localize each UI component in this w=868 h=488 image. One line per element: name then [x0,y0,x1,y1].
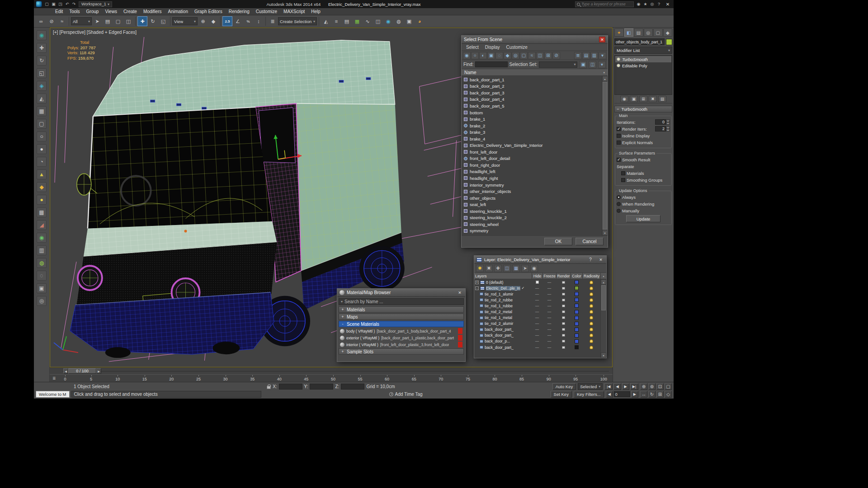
freeze-toggle[interactable]: — [542,345,556,350]
grid-helper-icon[interactable]: ▩ [37,207,47,217]
scale-tool-icon[interactable]: ◱ [37,68,47,78]
display-none-icon[interactable]: ○ [471,52,479,59]
van-rear-wheel[interactable] [359,246,405,291]
auto-key-button[interactable]: Auto Key [552,383,576,390]
scene-object-row[interactable]: bottom [462,109,602,116]
previous-frame-arrow[interactable]: ◀ [63,368,68,374]
hide-toggle[interactable]: — [532,298,542,302]
freeze-toggle[interactable]: — [542,333,556,338]
freeze-toggle[interactable]: — [542,298,556,302]
display-groups-icon[interactable]: ◫ [536,52,544,59]
hide-toggle[interactable]: — [532,321,542,326]
sfs-menu-select[interactable]: Select [463,45,482,50]
freeze-toggle[interactable]: — [542,327,556,332]
render-iters-spinner[interactable]: 2 ▴▾ [655,126,670,131]
render-toggle[interactable] [556,305,571,307]
slice-tool-icon[interactable]: ◢ [37,220,47,230]
schematic-view-icon[interactable]: ◫ [373,16,383,26]
color-cell[interactable] [571,339,582,343]
layer-row[interactable]: back_door_part_—— [474,344,600,350]
layer-row[interactable]: tie_rod_1_rubbe—— [474,303,600,309]
layer-color-swatch[interactable] [575,292,579,296]
layer-color-swatch[interactable] [575,345,579,349]
layer-scrollbar[interactable]: ▴ ▾ [600,279,606,358]
options-expand-icon[interactable]: ▾ [599,52,606,59]
selection-filter-dropdown[interactable]: All▾ [71,17,92,25]
menu-maxscript[interactable]: MAXScript [280,9,308,14]
mirror-tool-icon[interactable]: ◭ [37,94,47,103]
layer-color-swatch[interactable] [575,280,579,284]
cone-primitive-icon[interactable]: ▲ [37,169,47,179]
render-toggle[interactable] [556,310,571,313]
display-xrefs-icon[interactable]: ⊞ [544,52,552,59]
zoom-all-icon[interactable]: ⊛ [648,383,656,390]
timeline-tick[interactable]: 10 [115,375,120,381]
color-cell[interactable] [571,316,582,320]
radiosity-toggle[interactable] [582,322,600,325]
percent-snap-icon[interactable]: % [243,16,253,26]
layer-color-swatch[interactable] [575,322,579,326]
move-tool-icon[interactable]: ✚ [37,43,47,53]
layer-row[interactable]: back_door_part_—— [474,333,600,338]
spin-down-icon[interactable]: ▾ [666,122,670,125]
timeline-tick[interactable]: 65 [412,375,416,381]
hide-toggle[interactable]: — [532,304,542,308]
sfs-menu-display[interactable]: Display [482,45,503,50]
color-cell[interactable] [571,292,582,296]
color-cell[interactable] [571,298,582,302]
layer-manager-icon[interactable]: ▤ [342,16,352,26]
set-key-button[interactable]: Set Key [551,391,572,398]
hide-toggle[interactable]: — [532,339,542,343]
list-view-icon[interactable]: ≣ [574,52,582,59]
display-lights-icon[interactable]: ◆ [504,52,511,59]
hide-toggle[interactable]: — [532,315,542,320]
select-and-scale-icon[interactable]: ◱ [158,16,168,26]
bind-to-space-warp-icon[interactable]: ≈ [57,16,67,26]
freeze-toggle[interactable]: — [542,310,556,314]
lasso-select-icon[interactable]: ◌ [37,271,47,281]
undo-icon[interactable]: ↶ [64,1,71,7]
headlight-left[interactable] [78,266,102,290]
select-and-move-icon[interactable]: ✚ [137,16,147,26]
display-tab[interactable]: ▢ [653,28,663,37]
name-column-header[interactable]: Name ▴ [462,69,608,76]
select-tool-icon[interactable]: ◉ [37,30,47,40]
radiosity-toggle[interactable] [582,304,600,308]
render-iters-checkbox[interactable] [617,127,621,131]
layer-help-button[interactable]: ? [587,257,594,263]
hide-toggle[interactable]: — [532,327,542,332]
timeline-tick[interactable]: 95 [573,375,578,381]
hide-freeze-toggle-icon[interactable]: ➤ [521,265,529,272]
color-cell[interactable] [571,328,582,332]
scroll-down-icon[interactable]: ▾ [601,352,606,358]
scroll-down-icon[interactable]: ▾ [602,230,608,235]
scroll-thumb[interactable] [603,82,607,230]
graphite-ribbon-icon[interactable]: ▦ [352,16,362,26]
display-cameras-icon[interactable]: ◎ [512,52,519,59]
timeline-tick[interactable]: 55 [358,375,363,381]
layer-row[interactable]: back_door_p...—— [474,338,600,344]
radiosity-toggle[interactable] [582,316,600,319]
open-file-icon[interactable]: ▣ [50,1,57,7]
render-toggle[interactable] [556,334,571,337]
align-icon[interactable]: ≡ [331,16,341,26]
scene-object-row[interactable]: headlight_left [462,169,602,175]
sphere-primitive-icon[interactable]: ○ [37,131,47,141]
color-cell[interactable] [571,322,582,326]
display-invert-icon[interactable]: ◐ [479,52,487,59]
scene-object-row[interactable]: steering_wheel [462,221,602,228]
layer-color-swatch[interactable] [575,304,579,308]
mirror-icon[interactable]: ◭ [321,16,331,26]
render-toggle[interactable] [556,340,571,343]
radiosity-toggle[interactable] [582,339,600,343]
materials-checkbox[interactable] [621,171,625,175]
timeline-tick[interactable]: 50 [331,375,335,381]
previous-frame-button[interactable]: ◀ [613,383,621,390]
add-time-tag[interactable]: Add Time Tag [395,392,423,397]
freeze-toggle[interactable]: — [542,280,556,285]
menu-help[interactable]: Help [308,9,324,14]
menu-graph-editors[interactable]: Graph Editors [191,9,226,14]
scene-object-row[interactable]: back_door_part_2 [462,83,602,90]
array-tool-icon[interactable]: ▦ [37,106,47,116]
remove-modifier-icon[interactable]: ✖ [649,96,657,102]
